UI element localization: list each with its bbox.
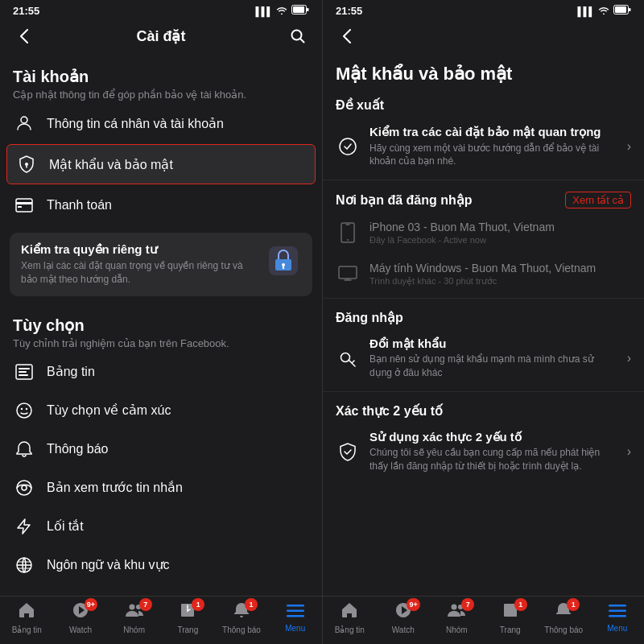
device-item-iphone[interactable]: iPhone 03 - Buon Ma Thuot, Vietnam Đây l…: [323, 212, 644, 253]
menu-item-notifications[interactable]: Thông báo: [0, 430, 322, 469]
tab-pages-label-2: Trang: [500, 625, 521, 634]
tab-menu-icon-wrap-2: [609, 601, 626, 622]
tab-groups-1[interactable]: 7 Nhóm: [107, 601, 161, 634]
svg-rect-1: [293, 6, 304, 13]
nav-header-2: [323, 20, 644, 56]
tab-menu-1[interactable]: Menu: [268, 601, 322, 634]
use-2fa-item[interactable]: Sử dụng xác thực 2 yếu tố Chúng tôi sẽ y…: [323, 422, 644, 481]
tab-newsfeed-2[interactable]: Bảng tin: [323, 601, 377, 634]
tab-watch-icon-wrap-1: 9+: [72, 601, 89, 624]
tab-menu-icon-wrap-1: [287, 601, 304, 622]
menu-item-shortcuts[interactable]: Lối tắt: [0, 507, 322, 546]
watch-badge-2: 9+: [407, 598, 419, 611]
use-2fa-title: Sử dụng xác thực 2 yếu tố: [369, 430, 617, 444]
pages-badge-1: 1: [192, 598, 204, 611]
emotions-icon: [13, 399, 35, 422]
tab-watch-label-1: Watch: [69, 625, 92, 634]
iphone-icon: [336, 221, 360, 245]
status-icons-2: ▌▌▌: [578, 5, 631, 17]
tab-alerts-icon-wrap-1: 1: [233, 601, 250, 624]
use-2fa-chevron: ›: [627, 444, 631, 459]
svg-rect-29: [615, 6, 626, 13]
privacy-check-card[interactable]: Kiểm tra quyền riêng tư Xem lại các cài …: [10, 233, 312, 296]
use-2fa-desc: Chúng tôi sẽ yêu cầu bạn cung cấp mã nếu…: [369, 446, 617, 473]
svg-rect-26: [287, 610, 304, 613]
tab-watch-2[interactable]: 9+ Watch: [377, 601, 431, 634]
time-1: 21:55: [13, 5, 39, 17]
shortcuts-icon: [13, 515, 35, 538]
menu-item-preview[interactable]: Bản xem trước tin nhắn: [0, 469, 322, 507]
key-icon: [336, 346, 360, 370]
check-security-chevron: ›: [627, 139, 631, 154]
tab-newsfeed-1[interactable]: Bảng tin: [0, 601, 54, 634]
tab-groups-icon-wrap-1: 7: [125, 601, 144, 624]
svg-rect-38: [609, 605, 626, 607]
panel-settings: 21:55 ▌▌▌ Cài đặt: [0, 0, 322, 644]
privacy-card-desc: Xem lại các cài đặt quan trọng về quyền …: [21, 259, 258, 287]
emotions-label: Tùy chọn về cảm xúc: [47, 402, 171, 418]
svg-point-11: [282, 263, 285, 266]
check-security-desc: Hãy cùng xem một vài bước hướng dẫn để b…: [369, 142, 617, 169]
svg-point-4: [21, 117, 27, 123]
menu-item-newsfeed[interactable]: Bảng tin: [0, 353, 322, 391]
svg-point-19: [26, 408, 27, 410]
tab-pages-2[interactable]: 1 Trang: [484, 601, 538, 634]
menu-item-emotions[interactable]: Tùy chọn về cảm xúc: [0, 391, 322, 430]
tab-newsfeed-label-1: Bảng tin: [12, 625, 42, 634]
svg-point-20: [17, 481, 31, 495]
wifi-icon-2: [598, 6, 609, 16]
tab-newsfeed-label-2: Bảng tin: [335, 625, 365, 634]
menu-item-payment[interactable]: Thanh toán: [0, 186, 322, 225]
tab-pages-1[interactable]: 1 Trang: [161, 601, 215, 634]
svg-rect-15: [19, 371, 27, 373]
svg-rect-12: [283, 266, 284, 269]
language-label: Ngôn ngữ và khu vực: [47, 557, 170, 572]
status-bar-2: 21:55 ▌▌▌: [323, 0, 644, 20]
tab-newsfeed-icon-wrap-2: [341, 601, 358, 624]
preview-icon: [13, 477, 35, 499]
iphone-detail: Đây là Facebook - Active now: [369, 235, 631, 245]
tab-groups-2[interactable]: 7 Nhóm: [430, 601, 484, 634]
tab-alerts-2[interactable]: 1 Thông báo: [537, 601, 591, 634]
back-button-1[interactable]: [11, 23, 37, 49]
shortcuts-label: Lối tắt: [47, 518, 84, 534]
change-password-item[interactable]: Đổi mật khẩu Bạn nên sử dụng mật khẩu mạ…: [323, 328, 644, 388]
battery-icon-2: [613, 5, 631, 17]
tab-menu-2[interactable]: Menu: [591, 601, 645, 634]
newsfeed-label: Bảng tin: [47, 364, 95, 379]
security-page-title: Mật khẩu và bảo mật: [323, 56, 644, 89]
menu-item-language[interactable]: Ngôn ngữ và khu vực: [0, 546, 322, 584]
svg-rect-14: [19, 368, 30, 369]
svg-point-18: [21, 408, 23, 410]
menu-item-security[interactable]: Mật khẩu và bảo mật: [6, 144, 316, 184]
tab-pages-icon-wrap-1: 1: [179, 601, 196, 624]
back-button-2[interactable]: [334, 23, 360, 49]
alerts-badge-2: 1: [567, 598, 580, 611]
settings-content: Tài khoản Cập nhật thông tin để góp phần…: [0, 56, 322, 596]
windows-detail: Trình duyệt khác - 30 phút trước: [369, 276, 631, 287]
tab-alerts-label-2: Thông báo: [544, 625, 583, 634]
tab-alerts-1[interactable]: 1 Thông báo: [215, 601, 269, 634]
login-section-title: Đăng nhập: [323, 302, 644, 328]
time-2: 21:55: [336, 5, 362, 17]
account-section-header: Tài khoản Cập nhật thông tin để góp phần…: [0, 56, 322, 104]
tab-groups-label-1: Nhóm: [123, 625, 145, 634]
see-all-button[interactable]: Xem tất cả: [565, 192, 631, 208]
device-item-windows[interactable]: Máy tính Windows - Buon Ma Thuot, Vietna…: [323, 253, 644, 295]
svg-point-31: [340, 138, 356, 155]
language-icon: [13, 554, 35, 576]
privacy-card-content: Kiểm tra quyền riêng tư Xem lại các cài …: [21, 242, 258, 287]
notifications-icon: [13, 438, 35, 460]
signal-icon-1: ▌▌▌: [256, 6, 272, 16]
tab-watch-1[interactable]: 9+ Watch: [54, 601, 108, 634]
svg-rect-30: [629, 8, 631, 11]
tab-groups-label-2: Nhóm: [446, 625, 468, 634]
pages-badge-2: 1: [514, 598, 527, 611]
watch-badge-1: 9+: [85, 598, 97, 611]
windows-name: Máy tính Windows - Buon Ma Thuot, Vietna…: [369, 261, 631, 275]
svg-rect-16: [19, 374, 28, 376]
check-security-item[interactable]: Kiểm tra các cài đặt bảo mật quan trọng …: [323, 116, 644, 176]
preview-label: Bản xem trước tin nhắn: [47, 480, 183, 495]
menu-item-profile[interactable]: Thông tin cá nhân và tài khoản: [0, 104, 322, 142]
search-button-1[interactable]: [285, 23, 311, 49]
